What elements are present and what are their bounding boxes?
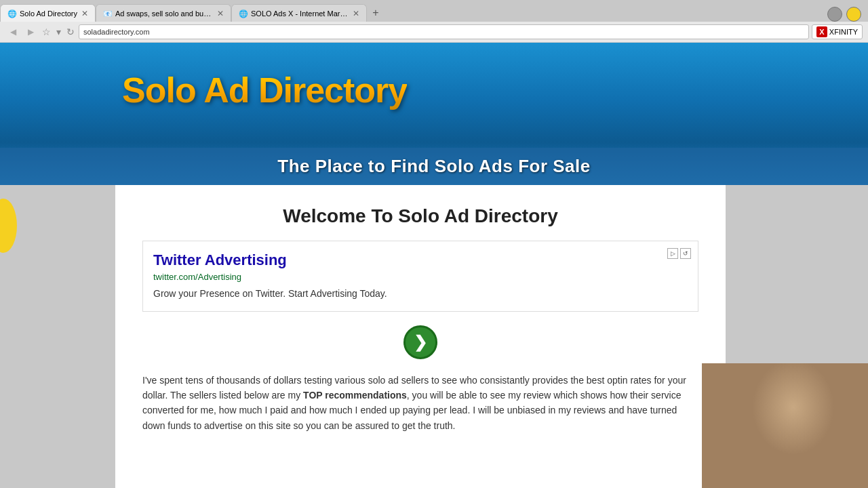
reload-button[interactable]: ↻ [65,26,76,37]
address-bar-row: ◀ ▶ ☆ ▾ ↻ soladadirectory.com X XFINITY [0,22,868,42]
site-logo: Solo Ad Directory [122,70,407,110]
ad-url[interactable]: twitter.com/Advertising [153,272,688,282]
xfinity-x-icon: X [816,26,827,37]
tab-favicon-2: 📧 [103,9,111,18]
tab-solo-ad-directory[interactable]: 🌐 Solo Ad Directory ✕ [0,4,96,22]
address-input[interactable]: soladadirectory.com [79,24,809,39]
ad-icons: ▷ ↺ [667,248,691,259]
tab-close-3[interactable]: ✕ [353,9,359,18]
video-person [702,363,868,488]
address-text: soladadirectory.com [83,28,150,36]
tab-label-1: Solo Ad Directory [20,9,77,18]
tab-close-2[interactable]: ✕ [217,9,224,18]
tagline-bar: The Place to Find Solo Ads For Sale [0,148,868,185]
video-inner [702,363,868,488]
arrow-btn-container: ❯ [142,325,698,359]
body-text: I've spent tens of thousands of dollars … [142,373,698,434]
ad-icon-refresh[interactable]: ↺ [680,248,691,259]
tab-bar: 🌐 Solo Ad Directory ✕ 📧 Ad swaps, sell s… [0,0,868,22]
bookmark-button[interactable]: ☆ [41,26,52,37]
content-box: Welcome To Solo Ad Directory ▷ ↺ Twitter… [115,185,726,488]
ad-title[interactable]: Twitter Advertising [153,251,688,269]
user-avatar-2 [846,7,861,22]
tab-favicon-3: 🌐 [239,9,247,18]
xfinity-button[interactable]: X XFINITY [812,24,863,39]
site-header: Solo Ad Directory The Place to Find Solo… [0,43,868,185]
tab-favicon-1: 🌐 [7,9,16,18]
page-content: Solo Ad Directory The Place to Find Solo… [0,43,868,488]
tab-solo-ads-x[interactable]: 🌐 SOLO Ads X - Internet Marketing Solo..… [231,4,367,22]
ad-description: Grow your Presence on Twitter. Start Adv… [153,287,688,301]
forward-button[interactable]: ▶ [23,24,38,39]
xfinity-label: XFINITY [829,28,858,36]
bookmark-down-button[interactable]: ▾ [55,26,62,37]
browser-chrome: 🌐 Solo Ad Directory ✕ 📧 Ad swaps, sell s… [0,0,868,43]
user-avatar-1 [827,7,842,22]
video-overlay [702,363,868,488]
tab-ad-swaps[interactable]: 📧 Ad swaps, sell solo and buy solo maili… [96,4,231,22]
tab-label-3: SOLO Ads X - Internet Marketing Solo... [251,9,349,18]
body-text-bold: TOP recommendations [303,390,407,401]
tab-close-1[interactable]: ✕ [81,9,88,18]
yellow-blob-decoration [0,199,17,253]
welcome-title: Welcome To Solo Ad Directory [142,205,698,227]
tab-label-2: Ad swaps, sell solo and buy solo maili..… [115,9,213,18]
back-button[interactable]: ◀ [5,24,20,39]
arrow-button[interactable]: ❯ [403,325,437,359]
add-tab-button[interactable]: + [367,4,384,22]
ad-block: ▷ ↺ Twitter Advertising twitter.com/Adve… [142,241,698,312]
site-tagline: The Place to Find Solo Ads For Sale [277,156,591,176]
ad-icon-triangle[interactable]: ▷ [667,248,678,259]
